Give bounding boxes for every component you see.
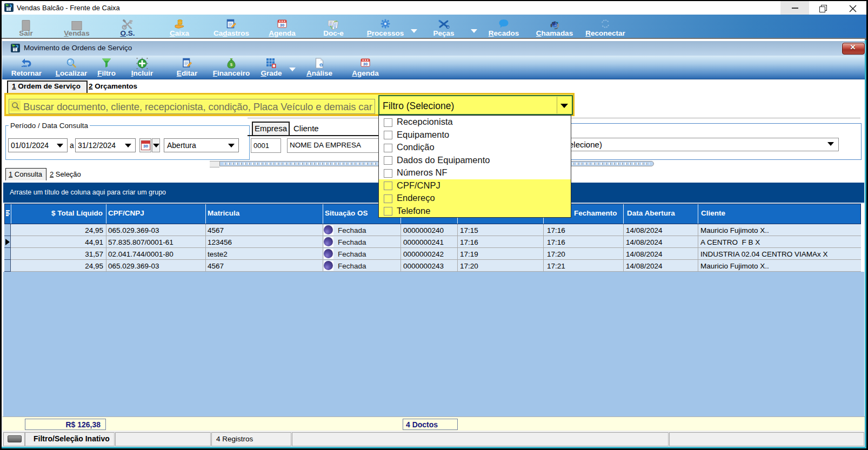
svg-text:$: $ — [230, 62, 233, 67]
svg-text:30: 30 — [280, 23, 284, 28]
svg-text:30: 30 — [363, 62, 368, 66]
